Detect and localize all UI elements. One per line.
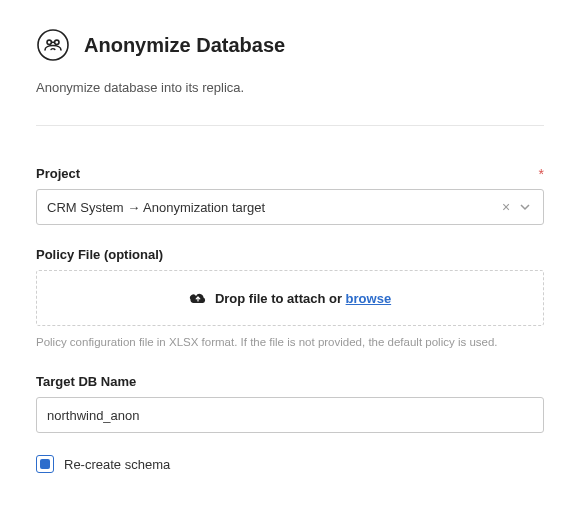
page-header: Anonymize Database [36,28,544,62]
required-marker: * [539,167,544,181]
cloud-upload-icon [189,291,207,305]
anonymize-icon [36,28,70,62]
target-db-input[interactable] [36,397,544,433]
page-subtitle: Anonymize database into its replica. [36,80,544,95]
recreate-schema-label: Re-create schema [64,457,170,472]
page-title: Anonymize Database [84,34,285,57]
policy-label: Policy File (optional) [36,247,163,262]
recreate-schema-checkbox[interactable] [36,455,54,473]
svg-point-2 [55,40,59,44]
project-select-value: CRM System → Anonymization target [47,200,265,215]
svg-point-1 [47,40,51,44]
project-field: Project * CRM System → Anonymization tar… [36,166,544,225]
checkbox-checked-icon [40,459,50,469]
project-label: Project [36,166,80,181]
dropzone-text: Drop file to attach or browse [215,291,391,306]
browse-link[interactable]: browse [346,291,392,306]
target-db-label: Target DB Name [36,374,136,389]
target-db-field: Target DB Name [36,374,544,433]
policy-helper-text: Policy configuration file in XLSX format… [36,336,544,348]
clear-icon[interactable]: × [497,199,515,215]
section-divider [36,125,544,126]
recreate-schema-row: Re-create schema [36,455,544,473]
chevron-down-icon[interactable] [519,201,537,213]
project-select[interactable]: CRM System → Anonymization target × [36,189,544,225]
policy-field: Policy File (optional) Drop file to atta… [36,247,544,348]
file-dropzone[interactable]: Drop file to attach or browse [36,270,544,326]
